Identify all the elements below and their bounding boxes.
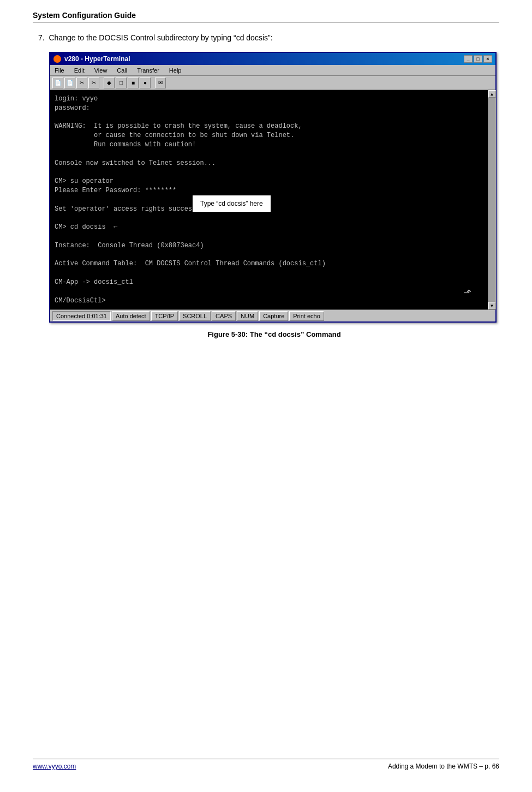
footer-page-info: Adding a Modem to the WMTS – p. 66 (388, 763, 499, 770)
terminal-line-14 (55, 213, 483, 223)
menu-call[interactable]: Call (115, 67, 129, 74)
menu-bar: File Edit View Call Transfer Help (50, 65, 495, 76)
toolbar-btn-5[interactable]: ◆ (104, 78, 115, 88)
terminal-line-9 (55, 168, 483, 177)
step-number: 7. (38, 33, 45, 42)
status-scroll: SCROLL (179, 311, 211, 321)
terminal-line-8: Console now switched to Telnet session..… (55, 159, 483, 168)
terminal-line-10: CM> su operator (55, 177, 483, 186)
vertical-scrollbar[interactable]: ▲ ▼ (488, 90, 495, 309)
callout-box: Type “cd docsis” here (192, 195, 271, 212)
menu-file[interactable]: File (52, 67, 67, 74)
terminal-line-2: password: (55, 104, 483, 113)
hyperterminal-window: v280 - HyperTerminal _ □ × File Edit Vie… (49, 52, 497, 323)
title-bar: v280 - HyperTerminal _ □ × (50, 53, 495, 65)
scroll-track[interactable] (488, 98, 496, 302)
toolbar-btn-6[interactable]: □ (116, 78, 127, 88)
step-text: 7. Change to the DOCSIS Control subdirec… (38, 33, 499, 42)
scroll-down-button[interactable]: ▼ (488, 302, 496, 309)
toolbar-btn-7[interactable]: ■ (128, 78, 139, 88)
toolbar-btn-8[interactable]: ● (140, 78, 151, 88)
terminal-line-4: WARNING: It is possible to crash the sys… (55, 122, 483, 131)
status-connected: Connected 0:01:31 (52, 311, 111, 321)
terminal-line-17 (55, 251, 483, 260)
callout-arrow-line (165, 203, 192, 204)
terminal-wrapper: login: vyyo password: WARNING: It is pos… (50, 90, 495, 309)
toolbar-btn-3[interactable]: ✂ (76, 78, 87, 88)
menu-view[interactable]: View (92, 67, 110, 74)
terminal-line-22: CM/DocsisCtl> (55, 296, 483, 306)
page-container: System Configuration Guide 7. Change to … (0, 0, 532, 792)
app-icon (53, 55, 61, 63)
callout-text: Type “cd docsis” here (200, 200, 263, 207)
page-header: System Configuration Guide (33, 11, 499, 22)
scroll-up-button[interactable]: ▲ (488, 90, 496, 98)
status-bar: Connected 0:01:31 Auto detect TCP/IP SCR… (50, 309, 495, 321)
minimize-button[interactable]: _ (464, 55, 473, 63)
status-num: NUM (237, 311, 258, 321)
menu-transfer[interactable]: Transfer (135, 67, 162, 74)
terminal-line-3 (55, 113, 483, 122)
toolbar-btn-2[interactable]: 📄 (64, 78, 75, 88)
titlebar-controls[interactable]: _ □ × (464, 55, 492, 63)
footer-website[interactable]: www.vyyo.com (33, 763, 76, 770)
callout-container: Type “cd docsis” here (159, 195, 271, 212)
close-button[interactable]: × (483, 55, 492, 63)
titlebar-left: v280 - HyperTerminal (53, 55, 130, 63)
window-title: v280 - HyperTerminal (64, 55, 130, 63)
page-title: System Configuration Guide (33, 11, 136, 20)
terminal-line-7 (55, 150, 483, 159)
status-print-echo: Print echo (289, 311, 324, 321)
terminal-line-6: Run commands with caution! (55, 140, 483, 150)
maximize-button[interactable]: □ (474, 55, 482, 63)
terminal-line-5: or cause the connection to be shut down … (55, 131, 483, 140)
status-protocol: TCP/IP (151, 311, 178, 321)
status-auto-detect: Auto detect (112, 311, 150, 321)
terminal-line-21 (55, 287, 483, 296)
terminal-line-15 (55, 232, 483, 241)
toolbar-btn-4[interactable]: ✂ (88, 78, 99, 88)
website-link[interactable]: www.vyyo.com (33, 763, 76, 770)
terminal-line-cd: CM> cd docsis ← (55, 223, 483, 232)
terminal-line-20: CM-App -> docsis_ctl (55, 278, 483, 287)
menu-edit[interactable]: Edit (72, 67, 87, 74)
terminal-line-19 (55, 269, 483, 278)
figure-caption: Figure 5-30: The “cd docsis” Command (49, 330, 499, 338)
terminal-area[interactable]: login: vyyo password: WARNING: It is pos… (50, 90, 488, 309)
terminal-line-18: Active Command Table: CM DOCSIS Control … (55, 259, 483, 269)
step-instruction: Change to the DOCSIS Control subdirector… (49, 33, 272, 42)
menu-help[interactable]: Help (167, 67, 184, 74)
toolbar-btn-9[interactable]: ✉ (155, 78, 166, 88)
toolbar-btn-1[interactable]: 📄 (52, 78, 63, 88)
status-capture: Capture (259, 311, 288, 321)
terminal-line-1: login: vyyo (55, 94, 483, 104)
status-caps: CAPS (212, 311, 236, 321)
cursor-icon: ⬏ (463, 287, 471, 299)
toolbar: 📄 📄 ✂ ✂ ◆ □ ■ ● ✉ (50, 76, 495, 90)
terminal-line-11: Please Enter Password: ******** (55, 186, 483, 195)
page-footer: www.vyyo.com Adding a Modem to the WMTS … (33, 759, 499, 770)
callout-arrow-head (159, 200, 165, 207)
terminal-line-16: Instance: Console Thread (0x8073eac4) (55, 241, 483, 251)
